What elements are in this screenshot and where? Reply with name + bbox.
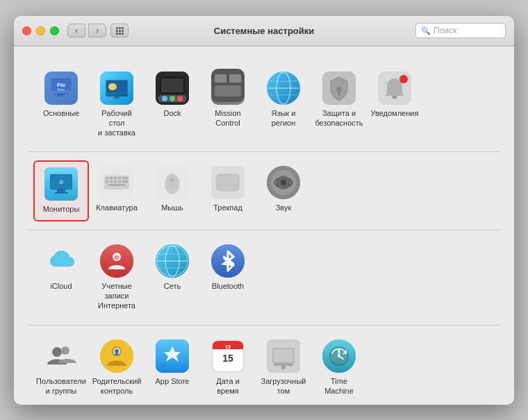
item-monitor[interactable]: 🖥 Мониторы (33, 160, 89, 221)
item-appstore[interactable]: App Store (145, 334, 200, 402)
bluetooth-icon (211, 244, 245, 278)
svg-point-77 (52, 347, 62, 357)
search-icon: 🔍 (421, 26, 431, 35)
search-box[interactable]: 🔍 Поиск (415, 23, 506, 38)
svg-point-99 (338, 355, 340, 358)
datetime-label: Дата ивремя (216, 376, 240, 396)
svg-rect-40 (54, 192, 68, 194)
mouse-icon (156, 166, 189, 199)
svg-rect-45 (110, 177, 113, 179)
content-area: File New Основные (14, 47, 514, 405)
svg-rect-46 (114, 177, 117, 179)
startup-icon (267, 339, 300, 373)
system-preferences-window: ‹ › Системные настройки 🔍 Поиск (14, 16, 514, 405)
trackpad-label: Трекпад (213, 203, 242, 212)
trackpad-icon (211, 166, 245, 199)
svg-point-35 (399, 75, 408, 83)
minimize-button[interactable] (36, 26, 45, 35)
svg-text:🖥: 🖥 (58, 179, 64, 185)
svg-rect-6 (58, 94, 65, 96)
sound-icon (267, 166, 300, 199)
svg-point-10 (108, 83, 117, 90)
svg-text:New: New (58, 87, 65, 92)
appstore-icon (156, 339, 189, 373)
svg-text:👤: 👤 (113, 348, 120, 355)
titlebar: ‹ › Системные настройки 🔍 Поиск (14, 16, 514, 47)
timemachine-icon (322, 339, 356, 373)
item-sound[interactable]: Звук (256, 160, 311, 221)
svg-point-19 (177, 96, 183, 101)
desktop-icon (100, 72, 133, 105)
language-icon (267, 72, 300, 105)
svg-point-93 (281, 365, 286, 369)
icloud-icon (44, 244, 78, 278)
svg-rect-61 (217, 174, 239, 191)
network-label: Сеть (164, 281, 181, 291)
item-language[interactable]: Язык ирегион (256, 66, 311, 144)
svg-text:File: File (57, 83, 65, 87)
svg-point-66 (281, 180, 286, 185)
item-osnovy[interactable]: File New Основные (33, 66, 89, 144)
mission-label: MissionControl (215, 108, 240, 128)
svg-rect-49 (106, 180, 108, 183)
svg-rect-39 (57, 190, 65, 192)
traffic-lights (22, 26, 59, 35)
forward-button[interactable]: › (88, 24, 106, 37)
svg-text:15: 15 (222, 353, 233, 364)
network-icon (156, 244, 189, 278)
item-datetime[interactable]: 15 15 Дата ивремя (200, 334, 256, 402)
notifications-icon (378, 72, 411, 105)
item-dock[interactable]: Dock (145, 66, 200, 144)
language-label: Язык ирегион (272, 108, 296, 128)
bluetooth-label: Bluetooth (212, 281, 244, 291)
item-accounts[interactable]: @ Учетные записиИнтернета (89, 239, 145, 317)
security-icon (322, 72, 356, 105)
appstore-label: App Store (156, 376, 190, 386)
item-mission[interactable]: MissionControl (200, 66, 256, 144)
svg-rect-22 (229, 74, 241, 83)
accounts-icon: @ (100, 244, 133, 278)
svg-point-17 (162, 96, 167, 101)
item-security[interactable]: Защита ибезопасность (311, 66, 367, 144)
desktop-label: Рабочий столи заставка (93, 108, 140, 138)
mission-icon (211, 72, 245, 105)
item-trackpad[interactable]: Трекпад (200, 160, 256, 221)
window-title: Системные настройки (214, 26, 315, 36)
svg-rect-91 (274, 349, 293, 362)
dock-label: Dock (163, 108, 181, 118)
sound-label: Звук (276, 203, 292, 212)
item-users[interactable]: Пользователии группы (33, 334, 89, 402)
maximize-button[interactable] (50, 26, 59, 35)
startup-label: Загрузочныйтом (261, 376, 306, 396)
svg-rect-51 (114, 180, 117, 183)
icloud-label: iCloud (50, 281, 72, 291)
item-notifications[interactable]: Уведомления (367, 66, 422, 144)
users-icon (44, 339, 78, 373)
item-mouse[interactable]: Мышь (145, 160, 200, 221)
item-timemachine[interactable]: TimeMachine (311, 334, 367, 402)
close-button[interactable] (22, 26, 31, 35)
notifications-label: Уведомления (371, 108, 419, 118)
svg-rect-32 (338, 91, 340, 95)
item-network[interactable]: Сеть (145, 239, 200, 317)
timemachine-label: TimeMachine (324, 376, 354, 396)
grid-icon (116, 27, 124, 35)
monitor-icon: 🖥 (44, 167, 78, 201)
item-bluetooth[interactable]: Bluetooth (200, 239, 256, 317)
svg-text:@: @ (114, 254, 119, 260)
parental-icon: 👤 (100, 339, 133, 373)
svg-rect-5 (54, 93, 68, 94)
item-icloud[interactable]: iCloud (33, 239, 89, 317)
item-parental[interactable]: 👤 Родительскийконтроль (89, 334, 145, 402)
item-desktop[interactable]: Рабочий столи заставка (89, 66, 145, 144)
svg-text:15: 15 (225, 344, 231, 349)
section-hardware: 🖥 Мониторы (28, 152, 500, 230)
svg-point-18 (170, 96, 175, 101)
item-keyboard[interactable]: Клавиатура (89, 160, 145, 221)
grid-view-button[interactable] (110, 24, 129, 37)
svg-rect-23 (215, 85, 241, 96)
svg-rect-11 (106, 94, 128, 96)
back-button[interactable]: ‹ (67, 24, 85, 37)
parental-label: Родительскийконтроль (92, 376, 142, 396)
item-startup[interactable]: Загрузочныйтом (256, 334, 311, 402)
